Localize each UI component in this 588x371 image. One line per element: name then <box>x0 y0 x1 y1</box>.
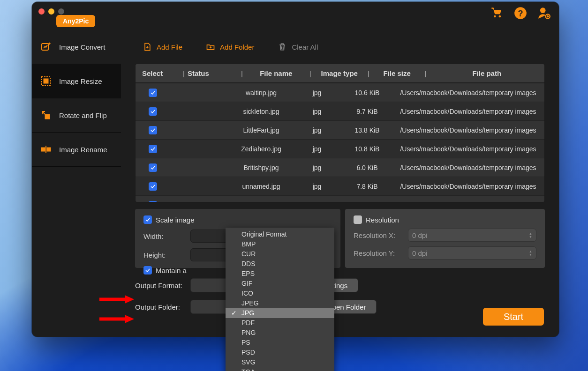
resy-label: Resolution Y: <box>354 249 403 257</box>
cell-file-name: sickleton.jpg <box>231 108 292 115</box>
resx-input[interactable]: 0 dpi▲▼ <box>408 229 536 242</box>
format-option[interactable]: CUR <box>226 249 334 259</box>
rename-icon <box>40 144 52 155</box>
maximize-window-button[interactable] <box>58 8 64 15</box>
width-label: Width: <box>143 232 186 240</box>
table-row[interactable]: sickleton.jpgjpg9.7 KiB/Users/macbook/Do… <box>136 102 544 120</box>
scale-checkbox[interactable] <box>143 215 152 224</box>
svg-rect-8 <box>41 148 45 151</box>
row-checkbox[interactable] <box>149 107 157 116</box>
output-folder-label: Output Folder: <box>135 303 185 311</box>
table-row[interactable]: gysujed5j9tdjpeg5.0 MiB/Users/macbook/Do… <box>136 195 544 202</box>
file-plus-icon <box>143 42 152 52</box>
cell-file-name: Britishpy.jpg <box>231 164 292 171</box>
minimize-window-button[interactable] <box>48 8 54 15</box>
sidebar-item-label: Image Rename <box>59 146 107 154</box>
cell-file-path: /Users/macbook/Downloads/temporary image… <box>392 183 544 190</box>
height-label: Height: <box>143 251 186 259</box>
format-option[interactable]: PNG <box>226 328 334 338</box>
resy-input[interactable]: 0 dpi▲▼ <box>408 246 536 260</box>
row-checkbox[interactable] <box>149 89 157 97</box>
format-option[interactable]: JPG <box>226 308 334 318</box>
add-user-icon[interactable] <box>537 7 550 22</box>
sidebar-item-label: Rotate and Flip <box>59 111 107 119</box>
row-checkbox[interactable] <box>149 182 157 191</box>
sidebar-item-rotate-flip[interactable]: Rotate and Flip <box>32 98 121 132</box>
table-row[interactable]: Zediahero.jpgjpg10.8 KiB/Users/macbook/D… <box>136 139 544 158</box>
svg-rect-9 <box>47 148 51 151</box>
format-option[interactable]: TGA <box>226 367 334 371</box>
format-dropdown-menu[interactable]: Original FormatBMPCURDDSEPSGIFICOJPEGJPG… <box>226 228 334 371</box>
col-image-type: Image type <box>314 69 365 77</box>
resolution-checkbox[interactable] <box>354 215 362 224</box>
output-format-row: Output Format: Settings <box>135 278 545 292</box>
folder-plus-icon <box>206 42 215 52</box>
sidebar-item-label: Image Convert <box>59 43 105 51</box>
col-file-name: File name <box>246 69 307 77</box>
sidebar-item-image-resize[interactable]: Image Resize <box>32 64 121 98</box>
svg-text:?: ? <box>518 8 523 18</box>
maintain-label: Mantain a <box>156 267 187 275</box>
sidebar-item-image-rename[interactable]: Image Rename <box>32 133 121 166</box>
cell-file-name: unnamed.jpg <box>231 183 292 190</box>
format-option[interactable]: Original Format <box>226 230 334 239</box>
convert-icon <box>40 41 52 52</box>
table-row[interactable]: unnamed.jpgjpg7.8 KiB/Users/macbook/Down… <box>136 177 544 195</box>
table-header: Select| Status| File name| Image type| F… <box>136 64 544 83</box>
window-controls <box>38 8 64 15</box>
rotate-icon <box>40 110 52 121</box>
row-checkbox[interactable] <box>149 126 157 134</box>
trash-icon <box>278 42 287 52</box>
format-option[interactable]: PDF <box>226 318 334 328</box>
cell-file-size: 10.6 KiB <box>342 89 392 96</box>
table-row[interactable]: waitinp.jpgjpg10.6 KiB/Users/macbook/Dow… <box>136 83 544 102</box>
format-option[interactable]: SVG <box>226 357 334 367</box>
cart-icon[interactable] <box>490 7 504 22</box>
add-file-button[interactable]: Add File <box>143 42 182 52</box>
sidebar-item-image-convert[interactable]: Image Convert <box>32 30 121 64</box>
row-checkbox[interactable] <box>149 201 157 203</box>
format-option[interactable]: ICO <box>226 289 334 298</box>
cell-file-path: /Users/macbook/Downloads/temporary image… <box>392 201 544 203</box>
maintain-checkbox[interactable] <box>143 266 152 275</box>
add-folder-button[interactable]: Add Folder <box>206 42 254 52</box>
cell-file-path: /Users/macbook/Downloads/temporary image… <box>392 126 544 134</box>
col-file-path: File path <box>430 69 544 77</box>
table-row[interactable]: Britishpy.jpgjpg6.0 KiB/Users/macbook/Do… <box>136 158 544 177</box>
format-option[interactable]: GIF <box>226 279 334 289</box>
table-body: waitinp.jpgjpg10.6 KiB/Users/macbook/Dow… <box>136 83 544 202</box>
cell-image-type: jpg <box>292 164 342 171</box>
header-icons: ? <box>490 7 550 22</box>
format-option[interactable]: DDS <box>226 259 334 269</box>
cell-image-type: jpg <box>292 108 342 115</box>
cell-file-path: /Users/macbook/Downloads/temporary image… <box>392 145 544 153</box>
format-option[interactable]: PS <box>226 338 334 348</box>
settings-panels: Scale image Width: ▲▼ Height: ▲▼ Mantain… <box>135 209 545 268</box>
table-row[interactable]: LittleFart.jpgjpg13.8 KiB/Users/macbook/… <box>136 120 544 139</box>
resolution-panel: Resolution Resolution X: 0 dpi▲▼ Resolut… <box>345 209 545 268</box>
row-checkbox[interactable] <box>149 145 157 153</box>
close-window-button[interactable] <box>38 8 45 15</box>
svg-rect-7 <box>45 114 50 119</box>
clear-all-button[interactable]: Clear All <box>278 42 318 52</box>
format-option[interactable]: BMP <box>226 239 334 249</box>
cell-image-type: jpeg <box>292 201 342 203</box>
format-option[interactable]: EPS <box>226 269 334 279</box>
cell-file-size: 6.0 KiB <box>342 164 392 171</box>
col-file-size: File size <box>372 69 422 77</box>
action-bar: Add File Add Folder Clear All <box>135 39 545 64</box>
cell-file-name: gysujed5j9td <box>231 201 292 203</box>
cell-image-type: jpg <box>292 126 342 134</box>
sidebar: Image Convert Image Resize Rotate and Fl… <box>32 30 121 167</box>
app-logo-badge: Any2Pic <box>56 15 95 27</box>
sidebar-item-label: Image Resize <box>59 77 102 85</box>
row-checkbox[interactable] <box>149 163 157 172</box>
start-button[interactable]: Start <box>483 308 544 326</box>
format-option[interactable]: JPEG <box>226 298 334 308</box>
scale-title: Scale image <box>156 216 195 224</box>
svg-rect-6 <box>44 79 48 83</box>
format-option[interactable]: PSD <box>226 348 334 357</box>
cell-file-size: 5.0 MiB <box>342 201 392 203</box>
cell-image-type: jpg <box>292 145 342 153</box>
help-icon[interactable]: ? <box>514 7 527 22</box>
